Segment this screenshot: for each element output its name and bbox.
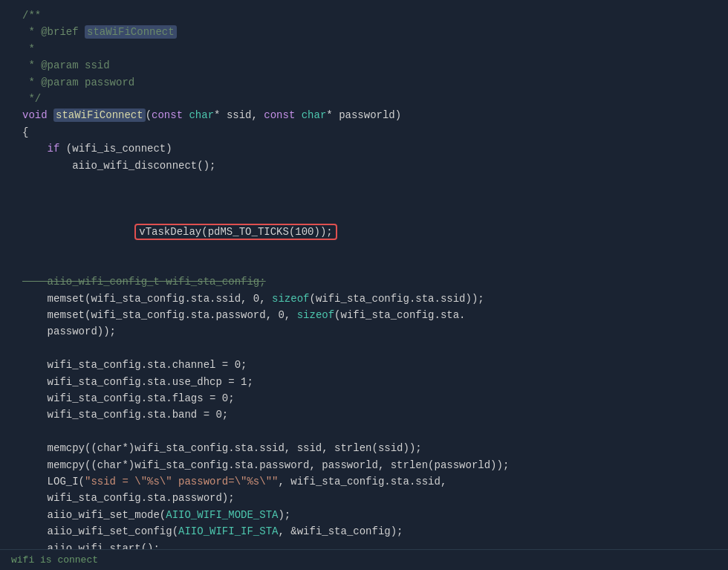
code-line-4: * @param ssid — [0, 57, 728, 74]
code-line-15: memset(wifi_sta_config.sta.password, 0, … — [0, 307, 728, 323]
code-line-23: memcpy((char*)wifi_sta_config.sta.ssid, … — [0, 440, 728, 456]
code-editor: /** * @brief staWiFiConnect * * @param s… — [0, 0, 728, 570]
code-line-7: void staWiFiConnect(const char* ssid, co… — [0, 107, 728, 123]
code-line-24: memcpy((char*)wifi_sta_config.sta.passwo… — [0, 457, 728, 473]
code-line-13: aiio_wifi_config_t wifi_sta_config; — [0, 273, 728, 290]
code-line-26: wifi_sta_config.sta.password); — [0, 490, 728, 506]
code-line-1: /** — [0, 7, 728, 24]
wifi-status-text: wifi is connect — [11, 554, 98, 566]
code-line-14: memset(wifi_sta_config.sta.ssid, 0, size… — [0, 291, 728, 307]
code-line-11 — [0, 174, 728, 190]
code-line-25: LOG_I("ssid = \"%s\" password=\"%s\"", w… — [0, 473, 728, 490]
code-line-9: if (wifi_is_connect) — [0, 140, 728, 157]
code-line-17 — [0, 340, 728, 357]
code-line-27: aiio_wifi_set_mode(AIIO_WIFI_MODE_STA); — [0, 507, 728, 523]
code-line-3: * — [0, 41, 728, 57]
code-line-12: vTaskDelay(pdMS_TO_TICKS(100)); — [0, 190, 728, 273]
code-line-8: { — [0, 124, 728, 140]
code-line-22 — [0, 424, 728, 440]
code-line-19: wifi_sta_config.sta.use_dhcp = 1; — [0, 374, 728, 390]
code-line-28: aiio_wifi_set_config(AIIO_WIFI_IF_STA, &… — [0, 523, 728, 540]
code-line-10: aiio_wifi_disconnect(); — [0, 158, 728, 174]
code-line-2: * @brief staWiFiConnect — [0, 24, 728, 40]
code-line-6: */ — [0, 91, 728, 107]
status-bar: wifi is connect — [0, 549, 728, 570]
code-line-20: wifi_sta_config.sta.flags = 0; — [0, 390, 728, 407]
code-line-21: wifi_sta_config.sta.band = 0; — [0, 407, 728, 423]
code-line-18: wifi_sta_config.sta.channel = 0; — [0, 357, 728, 373]
code-line-16: password)); — [0, 323, 728, 340]
code-line-5: * @param password — [0, 74, 728, 91]
